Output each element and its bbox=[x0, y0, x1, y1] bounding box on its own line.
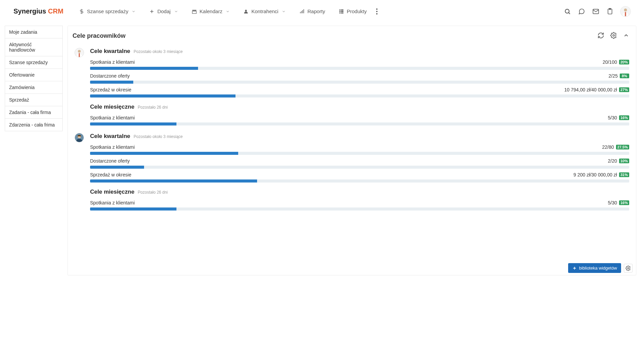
employee-content: Cele kwartalnePozostało około 3 miesiące… bbox=[90, 133, 629, 217]
nav-calendar[interactable]: Kalendarz bbox=[186, 6, 235, 17]
goal-metric: Spotkania z klientami5/3016% bbox=[90, 200, 629, 211]
progress-bar bbox=[90, 179, 629, 183]
goal-metric: Sprzedaż w okresie10 794,00 zł/40 000,00… bbox=[90, 87, 629, 97]
nav-label: Raporty bbox=[307, 8, 325, 14]
nav-add[interactable]: Dodaj bbox=[144, 6, 183, 17]
svg-rect-12 bbox=[341, 11, 343, 12]
metric-value: 5/30 bbox=[608, 200, 617, 205]
goal-group: Cele kwartalnePozostało około 3 miesiące… bbox=[90, 133, 629, 183]
svg-rect-22 bbox=[625, 12, 626, 16]
employee-avatar bbox=[75, 48, 84, 57]
metric-percent-badge: 16% bbox=[619, 115, 629, 120]
settings-button[interactable] bbox=[624, 264, 633, 273]
goal-metric: Dostarczone oferty2/2010% bbox=[90, 158, 629, 169]
main-layout: Moje zadania Aktywność handlowców Szanse… bbox=[0, 23, 641, 280]
metric-header: Spotkania z klientami20/10020% bbox=[90, 59, 629, 65]
logo-text-1: Synergius bbox=[13, 7, 48, 15]
dollar-icon bbox=[79, 9, 84, 14]
goal-metric: Sprzedaż w okresie9 200 zł/30 000,00 zł3… bbox=[90, 172, 629, 183]
goal-metric: Dostarczone oferty2/258% bbox=[90, 73, 629, 84]
svg-point-21 bbox=[624, 8, 627, 11]
chat-icon[interactable] bbox=[578, 7, 586, 16]
progress-bar bbox=[90, 94, 629, 97]
sidebar-item[interactable]: Aktywność handlowców bbox=[5, 38, 63, 56]
nav-sales-chances[interactable]: Szanse sprzedaży bbox=[74, 6, 141, 17]
metric-value: 2/20 bbox=[608, 158, 617, 164]
nav-label: Kalendarz bbox=[200, 8, 223, 14]
metric-value: 20/100 bbox=[603, 59, 617, 65]
goal-group-title: Cele miesięczne bbox=[90, 189, 134, 195]
progress-bar bbox=[90, 207, 629, 211]
person-icon bbox=[243, 9, 249, 14]
metric-value: 9 200 zł/30 000,00 zł bbox=[574, 172, 617, 177]
widget-library-button[interactable]: biblioteka widgetów bbox=[568, 263, 621, 273]
calendar-icon bbox=[192, 9, 197, 14]
nav-label: Produkty bbox=[347, 8, 367, 14]
button-label: biblioteka widgetów bbox=[579, 265, 617, 271]
nav-label: Dodaj bbox=[157, 8, 170, 14]
nav-contractors[interactable]: Kontrahenci bbox=[238, 6, 291, 17]
gear-icon bbox=[625, 265, 631, 271]
chevron-down-icon bbox=[282, 9, 286, 13]
svg-point-23 bbox=[613, 35, 615, 36]
goal-group-remaining: Pozostało około 3 miesiące bbox=[134, 49, 183, 54]
goal-group-remaining: Pozostało około 3 miesiące bbox=[134, 134, 183, 139]
metric-label: Spotkania z klientami bbox=[90, 59, 603, 65]
sidebar-item[interactable]: Moje zadania bbox=[5, 26, 63, 38]
progress-bar-fill bbox=[90, 122, 176, 125]
panel-header-icons bbox=[597, 32, 629, 40]
logo: Synergius CRM bbox=[13, 7, 63, 15]
chart-icon bbox=[299, 9, 305, 14]
gear-icon[interactable] bbox=[610, 32, 617, 40]
sidebar: Moje zadania Aktywność handlowców Szanse… bbox=[5, 26, 63, 131]
chevron-down-icon bbox=[226, 9, 230, 13]
nav-label: Szanse sprzedaży bbox=[87, 8, 129, 14]
metric-value: 10 794,00 zł/40 000,00 zł bbox=[564, 87, 617, 92]
plus-icon bbox=[149, 9, 155, 14]
goal-group: Cele miesięcznePozostało 26 dniSpotkania… bbox=[90, 104, 629, 125]
clipboard-icon[interactable] bbox=[606, 7, 614, 16]
grid-icon bbox=[339, 9, 344, 14]
panel-title: Cele pracowników bbox=[73, 32, 597, 39]
metric-label: Dostarczone oferty bbox=[90, 158, 608, 164]
progress-bar-fill bbox=[90, 81, 133, 84]
metric-percent-badge: 27% bbox=[619, 87, 629, 92]
bottom-bar: biblioteka widgetów bbox=[568, 263, 633, 273]
svg-point-31 bbox=[628, 268, 629, 269]
metric-percent-badge: 16% bbox=[619, 200, 629, 205]
search-icon[interactable] bbox=[563, 7, 572, 16]
svg-rect-14 bbox=[341, 12, 343, 13]
sidebar-item[interactable]: Zamówienia bbox=[5, 81, 63, 94]
metric-percent-badge: 31% bbox=[619, 172, 629, 177]
progress-bar bbox=[90, 152, 629, 155]
collapse-icon[interactable] bbox=[623, 32, 629, 39]
metric-header: Dostarczone oferty2/2010% bbox=[90, 158, 629, 164]
svg-rect-3 bbox=[192, 11, 196, 13]
sidebar-item[interactable]: Zadania - cała firma bbox=[5, 106, 63, 119]
sidebar-item[interactable]: Szanse sprzedaży bbox=[5, 56, 63, 69]
progress-bar-fill bbox=[90, 166, 144, 169]
goal-group-remaining: Pozostało 26 dni bbox=[138, 105, 168, 110]
svg-rect-2 bbox=[192, 10, 196, 11]
metric-value: 22/80 bbox=[602, 144, 614, 150]
svg-point-15 bbox=[565, 9, 569, 13]
metric-value: 5/30 bbox=[608, 115, 617, 120]
metric-label: Dostarczone oferty bbox=[90, 73, 609, 79]
user-avatar[interactable] bbox=[620, 6, 631, 17]
goal-group-header: Cele kwartalnePozostało około 3 miesiące bbox=[90, 133, 629, 140]
nav-reports[interactable]: Raporty bbox=[294, 6, 331, 17]
metric-header: Spotkania z klientami22/8027.5% bbox=[90, 144, 629, 150]
refresh-icon[interactable] bbox=[597, 32, 604, 40]
metric-value: 2/25 bbox=[609, 73, 618, 79]
mail-icon[interactable] bbox=[592, 7, 600, 16]
nav-products[interactable]: Produkty bbox=[333, 6, 372, 17]
metric-percent-badge: 20% bbox=[619, 60, 629, 64]
sidebar-item[interactable]: Sprzedaż bbox=[5, 93, 63, 106]
sidebar-item[interactable]: Ofertowanie bbox=[5, 68, 63, 81]
sidebar-item[interactable]: Zdarzenia - cała frima bbox=[5, 118, 63, 131]
svg-rect-13 bbox=[339, 12, 340, 13]
metric-header: Sprzedaż w okresie9 200 zł/30 000,00 zł3… bbox=[90, 172, 629, 177]
nav-more[interactable] bbox=[375, 7, 379, 16]
goal-group: Cele kwartalnePozostało około 3 miesiące… bbox=[90, 48, 629, 97]
svg-rect-11 bbox=[339, 11, 340, 12]
